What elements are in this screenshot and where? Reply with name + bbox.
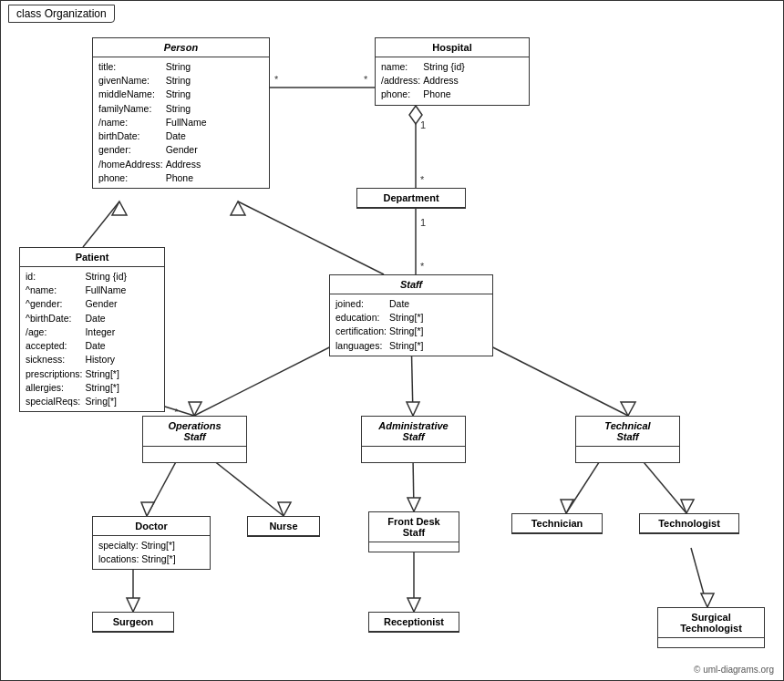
diagram-container: class Organization * * 1 * 1 * * * [0,0,784,681]
class-doctor-name: Doctor [93,517,210,536]
svg-text:*: * [420,174,425,185]
svg-line-37 [691,548,707,607]
class-operations-staff: OperationsStaff [142,416,247,463]
class-operations-staff-name: OperationsStaff [143,417,246,447]
svg-text:1: 1 [420,119,426,130]
class-technical-staff: TechnicalStaff [575,416,680,463]
class-staff-attrs: joined:Date education:String[*] certific… [330,294,492,356]
svg-line-31 [639,457,686,513]
class-doctor-attrs: specialty: String[*]locations: String[*] [93,536,210,569]
svg-marker-34 [127,598,139,612]
class-patient-attrs: id:String {id} ^name:FullName ^gender:Ge… [20,267,164,411]
class-hospital-name: Hospital [376,38,529,57]
class-department-name: Department [357,189,465,208]
class-administrative-staff-name: AdministrativeStaff [362,417,465,447]
svg-marker-30 [561,500,573,513]
class-technical-staff-name: TechnicalStaff [576,417,679,447]
class-hospital: Hospital name:String {id} /address:Addre… [375,37,530,106]
svg-text:*: * [420,261,425,272]
class-patient-name: Patient [20,248,164,267]
svg-marker-13 [231,201,245,215]
svg-marker-26 [278,502,291,516]
svg-text:1: 1 [420,217,426,228]
class-doctor: Doctor specialty: String[*]locations: St… [92,516,211,570]
svg-line-12 [238,201,384,274]
class-administrative-staff: AdministrativeStaff [361,416,466,463]
svg-text:*: * [364,74,368,85]
svg-line-25 [209,457,284,516]
class-front-desk-staff: Front DeskStaff [368,511,459,552]
svg-marker-38 [701,593,714,607]
copyright: © uml-diagrams.org [694,665,774,675]
class-surgeon-name: Surgeon [93,613,173,632]
svg-marker-4 [409,106,422,124]
class-staff-name: Staff [330,275,492,294]
diagram-title: class Organization [8,5,115,23]
svg-line-23 [147,457,179,516]
class-surgical-technologist-name: SurgicalTechnologist [658,608,764,638]
class-person-attrs: title:String givenName:String middleName… [93,57,269,188]
class-front-desk-staff-name: Front DeskStaff [369,512,459,542]
svg-line-10 [83,201,119,247]
svg-text:*: * [274,74,279,85]
class-receptionist-name: Receptionist [369,613,459,632]
class-receptionist: Receptionist [368,612,459,633]
svg-marker-32 [681,500,694,513]
svg-marker-28 [407,498,420,511]
class-nurse-name: Nurse [248,517,319,536]
class-technologist-name: Technologist [640,514,738,533]
class-patient: Patient id:String {id} ^name:FullName ^g… [19,247,165,412]
svg-marker-24 [141,502,154,516]
svg-line-27 [413,457,414,511]
class-nurse: Nurse [247,516,320,537]
svg-marker-22 [621,402,635,416]
svg-marker-36 [407,598,420,612]
class-person-name: Person [93,38,269,57]
svg-marker-20 [407,402,419,416]
class-surgical-technologist: SurgicalTechnologist [657,607,765,648]
class-technologist: Technologist [639,513,739,534]
class-hospital-attrs: name:String {id} /address:Address phone:… [376,57,529,105]
svg-marker-11 [112,201,127,215]
class-surgeon: Surgeon [92,612,174,633]
class-technician-name: Technician [512,514,602,533]
svg-marker-18 [189,402,201,416]
class-technician: Technician [511,513,603,534]
class-department: Department [356,188,466,209]
class-staff: Staff joined:Date education:String[*] ce… [329,274,493,356]
svg-line-29 [566,457,603,513]
class-person: Person title:String givenName:String mid… [92,37,270,189]
